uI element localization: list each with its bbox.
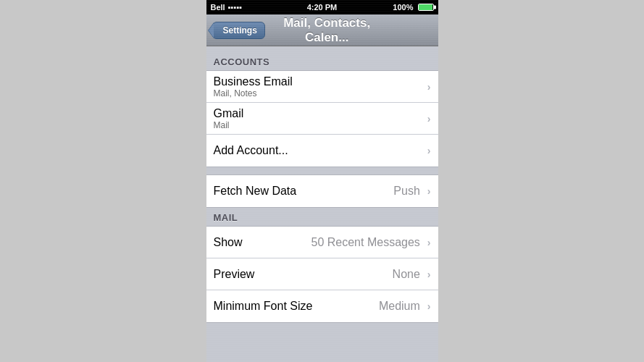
status-left: Bell ▪▪▪▪▪ — [211, 3, 243, 12]
preview-title: Preview — [214, 268, 393, 281]
fetch-table-group: Fetch New Data Push › — [206, 174, 438, 208]
min-font-size-row[interactable]: Minimum Font Size Medium › — [206, 290, 438, 322]
min-font-size-value: Medium — [379, 300, 420, 313]
min-font-size-title: Minimum Font Size — [214, 300, 379, 313]
gmail-row[interactable]: Gmail Mail › — [206, 103, 438, 135]
time-label: 4:20 PM — [307, 3, 338, 12]
status-bar: Bell ▪▪▪▪▪ 4:20 PM 100% — [206, 0, 438, 14]
content: Accounts Business Email Mail, Notes › Gm… — [206, 46, 438, 323]
gmail-chevron: › — [427, 113, 431, 125]
preview-value: None — [393, 268, 420, 281]
accounts-table-group: Business Email Mail, Notes › Gmail Mail … — [206, 70, 438, 167]
mail-table-group: Show 50 Recent Messages › Preview None ›… — [206, 226, 438, 323]
add-account-row[interactable]: Add Account... › — [206, 135, 438, 167]
show-title: Show — [214, 236, 311, 249]
carrier-label: Bell — [211, 3, 225, 12]
nav-title: Mail, Contacts, Calen... — [265, 16, 389, 45]
nav-bar: Settings Mail, Contacts, Calen... — [206, 14, 438, 46]
preview-chevron: › — [427, 269, 431, 280]
fetch-new-data-value: Push — [393, 185, 419, 198]
battery-icon — [418, 4, 434, 11]
fetch-new-data-title: Fetch New Data — [214, 185, 394, 198]
gmail-subtitle: Mail — [214, 120, 425, 130]
business-email-row[interactable]: Business Email Mail, Notes › — [206, 71, 438, 103]
show-value: 50 Recent Messages — [311, 236, 420, 249]
status-right: 100% — [393, 3, 433, 12]
back-button[interactable]: Settings — [212, 22, 265, 39]
business-email-subtitle: Mail, Notes — [214, 88, 425, 98]
accounts-section-header: Accounts — [206, 52, 438, 70]
preview-row[interactable]: Preview None › — [206, 258, 438, 290]
add-account-chevron: › — [427, 145, 431, 156]
wifi-icon: ▪▪▪▪▪ — [228, 3, 243, 12]
business-email-title: Business Email — [214, 75, 425, 88]
add-account-title: Add Account... — [214, 144, 425, 157]
gmail-title: Gmail — [214, 107, 425, 120]
phone-screen: Bell ▪▪▪▪▪ 4:20 PM 100% Settings Mail, C… — [206, 0, 438, 362]
fetch-new-data-chevron: › — [427, 185, 431, 197]
fetch-new-data-row[interactable]: Fetch New Data Push › — [206, 175, 438, 207]
mail-section-header: Mail — [206, 208, 438, 226]
business-email-chevron: › — [427, 81, 431, 93]
show-row[interactable]: Show 50 Recent Messages › — [206, 227, 438, 258]
min-font-size-chevron: › — [427, 300, 431, 312]
show-chevron: › — [427, 237, 431, 248]
battery-percent: 100% — [393, 3, 413, 12]
